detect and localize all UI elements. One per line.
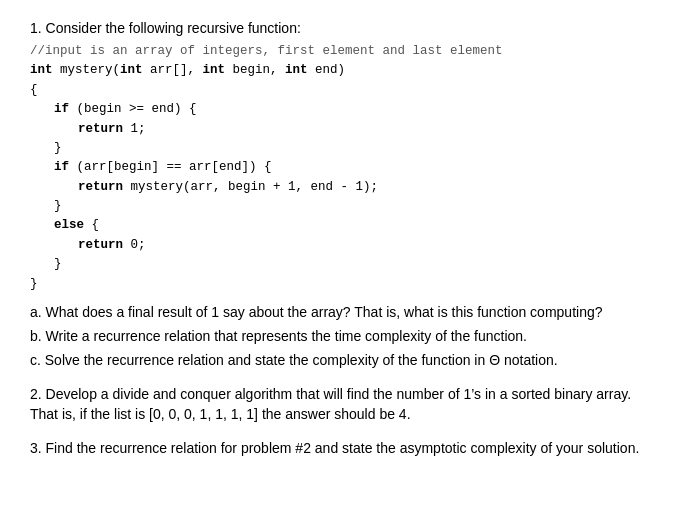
keyword-int: int bbox=[30, 63, 53, 77]
code-comment: //input is an array of integers, first e… bbox=[30, 44, 503, 58]
code-line-if1: if (begin >= end) { bbox=[30, 100, 666, 119]
code-end: end) bbox=[308, 63, 346, 77]
code-begin: begin, bbox=[225, 63, 285, 77]
code-line-close2: } bbox=[30, 197, 666, 216]
code-line-signature: int mystery(int arr[], int begin, int en… bbox=[30, 61, 666, 80]
keyword-else: else bbox=[54, 218, 84, 232]
question-2: 2. Develop a divide and conquer algorith… bbox=[30, 386, 666, 422]
question-3: 3. Find the recurrence relation for prob… bbox=[30, 440, 666, 456]
q2-line1: 2. Develop a divide and conquer algorith… bbox=[30, 386, 666, 402]
code-return3-val: 0; bbox=[123, 238, 146, 252]
q1-header: 1. Consider the following recursive func… bbox=[30, 20, 666, 36]
keyword-return3: return bbox=[78, 238, 123, 252]
code-signature-rest: mystery( bbox=[53, 63, 121, 77]
code-if2-rest: (arr[begin] == arr[end]) { bbox=[69, 160, 272, 174]
q3-text: 3. Find the recurrence relation for prob… bbox=[30, 440, 666, 456]
keyword-int4: int bbox=[285, 63, 308, 77]
keyword-int2: int bbox=[120, 63, 143, 77]
q2-line2: That is, if the list is [0, 0, 0, 1, 1, … bbox=[30, 406, 666, 422]
code-arr: arr[], bbox=[143, 63, 203, 77]
code-line-close3: } bbox=[30, 255, 666, 274]
sub-c: c. Solve the recurrence relation and sta… bbox=[30, 352, 666, 368]
code-line-return1: return 1; bbox=[30, 120, 666, 139]
code-line-close-main: } bbox=[30, 275, 666, 294]
code-line-open: { bbox=[30, 81, 666, 100]
code-else-brace: { bbox=[84, 218, 99, 232]
code-return2-rest: mystery(arr, begin + 1, end - 1); bbox=[123, 180, 378, 194]
code-line-if2: if (arr[begin] == arr[end]) { bbox=[30, 158, 666, 177]
keyword-if2: if bbox=[54, 160, 69, 174]
keyword-return2: return bbox=[78, 180, 123, 194]
sub-b: b. Write a recurrence relation that repr… bbox=[30, 328, 666, 344]
keyword-if1: if bbox=[54, 102, 69, 116]
code-line-return2: return mystery(arr, begin + 1, end - 1); bbox=[30, 178, 666, 197]
question-1: 1. Consider the following recursive func… bbox=[30, 20, 666, 368]
keyword-return1: return bbox=[78, 122, 123, 136]
code-if1-rest: (begin >= end) { bbox=[69, 102, 197, 116]
code-block: //input is an array of integers, first e… bbox=[30, 42, 666, 294]
code-line-comment: //input is an array of integers, first e… bbox=[30, 42, 666, 61]
code-line-else: else { bbox=[30, 216, 666, 235]
code-line-close1: } bbox=[30, 139, 666, 158]
code-line-return3: return 0; bbox=[30, 236, 666, 255]
keyword-int3: int bbox=[203, 63, 226, 77]
code-return1-val: 1; bbox=[123, 122, 146, 136]
page-content: 1. Consider the following recursive func… bbox=[30, 20, 666, 456]
sub-a: a. What does a final result of 1 say abo… bbox=[30, 304, 666, 320]
